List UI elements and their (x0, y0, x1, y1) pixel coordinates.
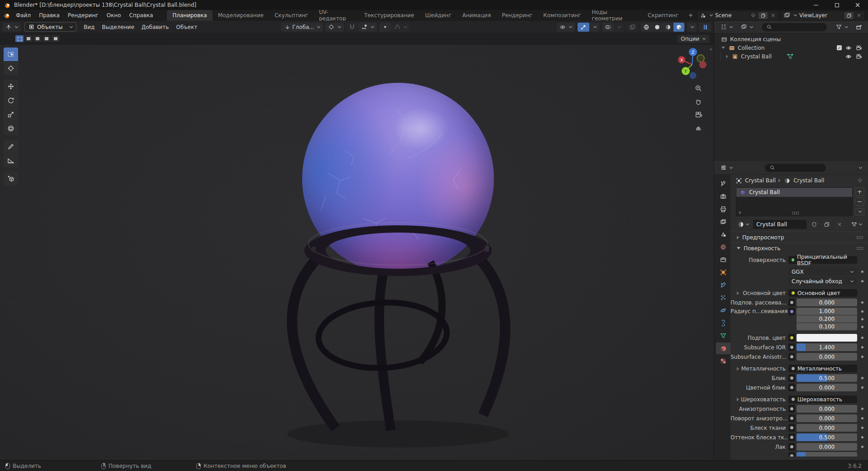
disable-render-icon[interactable] (855, 53, 863, 60)
remove-slot-button[interactable]: − (855, 197, 864, 206)
extras-dot[interactable] (861, 318, 863, 320)
extras-dot[interactable] (861, 377, 863, 379)
properties-tab-world[interactable] (716, 241, 730, 253)
visibility-dropdown[interactable] (557, 23, 575, 32)
properties-tab-material[interactable] (716, 343, 730, 354)
properties-tab-scene[interactable] (716, 228, 730, 240)
new-viewlayer-icon[interactable] (844, 12, 854, 19)
pivot-dropdown[interactable] (326, 23, 344, 32)
extras-dot[interactable] (861, 417, 863, 419)
texture-socket-button[interactable] (788, 424, 795, 432)
extras-dot[interactable] (861, 337, 863, 339)
hide-eye-icon[interactable] (845, 44, 852, 52)
extras-dot[interactable] (861, 310, 863, 313)
tab-Скульптинг[interactable]: Скульптинг (269, 10, 313, 21)
surface-panel-header[interactable]: Поверхность (730, 243, 868, 253)
outliner-row-Collection[interactable]: Collection✓ (714, 43, 868, 52)
xray-toggle[interactable] (626, 23, 638, 32)
properties-tab-object-data[interactable] (716, 330, 730, 342)
number-slider[interactable]: 0.000 (797, 384, 857, 391)
extras-dot[interactable] (861, 271, 863, 273)
filter-display-dropdown[interactable] (738, 23, 756, 32)
linked-input-button[interactable]: Шероховатость (788, 395, 857, 403)
unlink-material-button[interactable]: × (835, 220, 844, 229)
resize-grip[interactable] (792, 211, 799, 214)
linked-input-button[interactable]: Основной цвет (788, 289, 857, 297)
expand-icon[interactable] (726, 55, 728, 58)
expand-subpanel-icon[interactable] (737, 398, 739, 401)
texture-socket-button[interactable] (788, 343, 795, 351)
maximize-button[interactable] (826, 0, 847, 10)
overlays-dropdown[interactable] (614, 23, 624, 32)
browse-material-button[interactable] (736, 220, 751, 229)
number-slider[interactable]: 0.000 (797, 299, 857, 306)
select-box-tool-button[interactable] (4, 48, 18, 61)
menu-Справка[interactable]: Справка (125, 12, 157, 19)
outliner-row-scene-collection[interactable]: Коллекция сцены (714, 35, 868, 43)
move-tool-button[interactable] (4, 80, 18, 93)
properties-options-dropdown[interactable] (855, 163, 865, 172)
viewlayer-name[interactable]: ViewLayer (799, 12, 843, 19)
render-pause-button[interactable] (699, 23, 711, 32)
display-mode-dropdown[interactable] (717, 23, 735, 32)
properties-search[interactable] (765, 164, 826, 172)
proportional-toggle[interactable] (379, 23, 391, 32)
properties-tab-modifiers[interactable] (716, 279, 730, 291)
expand-subpanel-icon[interactable] (737, 291, 739, 295)
tab-Моделирование[interactable]: Моделирование (213, 10, 269, 21)
tab-Ноды геометрии[interactable]: Ноды геометрии (586, 10, 642, 21)
extras-dot[interactable] (861, 427, 863, 429)
new-collection-button[interactable] (853, 23, 865, 32)
tab-Шейдинг[interactable]: Шейдинг (420, 10, 457, 21)
number-slider[interactable]: 0.000 (797, 405, 857, 413)
exclude-checkbox[interactable]: ✓ (837, 45, 842, 50)
extras-dot[interactable] (861, 408, 863, 410)
menu-Правка[interactable]: Правка (35, 12, 64, 19)
properties-tab-physics[interactable] (716, 304, 730, 316)
properties-tab-view-layer[interactable] (716, 216, 730, 228)
new-scene-icon[interactable] (759, 12, 768, 19)
number-field[interactable]: 0.200 (797, 315, 857, 323)
pin-icon[interactable] (749, 12, 757, 19)
extras-dot[interactable] (861, 436, 863, 438)
hide-eye-icon[interactable] (845, 53, 852, 60)
texture-socket-button[interactable] (788, 384, 795, 391)
texture-socket-button[interactable] (788, 414, 795, 422)
number-slider[interactable]: 0.000 (797, 414, 857, 422)
number-slider[interactable]: 0.000 (797, 443, 857, 451)
properties-tab-texture[interactable] (716, 355, 730, 367)
measure-tool-button[interactable] (4, 154, 18, 167)
number-slider[interactable]: 0.000 (797, 424, 857, 432)
shading-wireframe-button[interactable] (641, 23, 652, 32)
texture-socket-button[interactable] (788, 374, 795, 382)
navigation-gizmo[interactable]: Z X Y (675, 47, 709, 81)
properties-tab-output[interactable] (716, 203, 730, 215)
minimize-button[interactable] (806, 0, 826, 10)
collapse-region-icon[interactable]: ‹ (710, 46, 712, 52)
properties-tab-collection[interactable] (716, 254, 730, 266)
snap-dropdown[interactable] (359, 23, 377, 32)
properties-tab-object[interactable] (716, 266, 730, 278)
select-subtract-button[interactable] (33, 35, 42, 42)
options-dropdown[interactable]: Опции (678, 35, 709, 43)
slot-specials-button[interactable] (855, 208, 864, 215)
number-slider[interactable]: 1.400 (797, 343, 857, 351)
transform-tool-button[interactable] (4, 122, 18, 135)
surface-shader-button[interactable]: Принципиальный BSDF (788, 256, 857, 264)
remove-viewlayer-icon[interactable]: × (855, 12, 863, 19)
extras-dot[interactable] (861, 280, 863, 282)
shading-material-preview-button[interactable] (663, 23, 674, 32)
enum-dropdown[interactable]: GGX (788, 268, 857, 276)
snap-toggle[interactable] (346, 23, 358, 32)
add-slot-button[interactable]: + (855, 187, 864, 196)
texture-socket-button[interactable] (788, 308, 795, 315)
scale-tool-button[interactable] (4, 108, 18, 121)
camera-view-button[interactable] (693, 109, 704, 120)
add-workspace-button[interactable]: + (684, 10, 697, 21)
rotate-tool-button[interactable] (4, 94, 18, 107)
select-invert-button[interactable] (43, 35, 51, 42)
properties-tab-render[interactable] (716, 190, 730, 202)
gizmos-dropdown[interactable] (590, 23, 599, 32)
properties-tab-constraints[interactable] (716, 317, 730, 329)
close-button[interactable]: × (847, 0, 868, 10)
